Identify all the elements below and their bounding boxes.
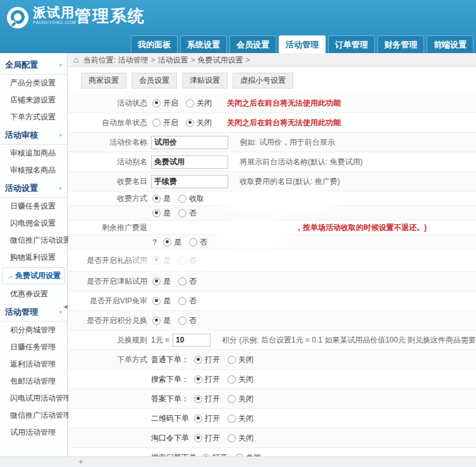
radio-auto-release-status-关闭[interactable] (186, 119, 194, 127)
radio-subsidy-trial-是[interactable] (152, 277, 161, 286)
radio-label: 是 (163, 208, 171, 219)
radio-label: 关闭 (197, 118, 212, 128)
radio-gift-trial-否[interactable] (178, 257, 186, 265)
nav-tab-活动管理[interactable]: 活动管理 (279, 35, 326, 53)
radio-label: 打开 (205, 355, 220, 365)
brand-name: 派试用 (33, 5, 76, 20)
sidebar-item-闪电佣金设置[interactable]: 闪电佣金设置 (0, 215, 67, 232)
sidebar-item-label: 积分商城管理 (10, 325, 56, 334)
nav-tab-会员设置[interactable]: 会员设置 (229, 35, 276, 53)
sidebar-item-购物返利设置[interactable]: 购物返利设置 (0, 249, 67, 266)
nav-tab-我的面板[interactable]: 我的面板 (131, 35, 178, 53)
sidebar-item-试用活动管理[interactable]: 试用活动管理 (0, 424, 67, 441)
content-tab-商家设置[interactable]: 商家设置 (81, 73, 126, 88)
sidebar-item-审核追加商品[interactable]: 审核追加商品 (0, 145, 67, 162)
sidebar-item-包邮活动管理[interactable]: 包邮活动管理 (0, 373, 67, 390)
page-title: 管理系统 (75, 5, 145, 27)
radio-order-normal-打开[interactable] (194, 356, 202, 364)
sidebar-item-label: 微信推广活动管理 (10, 411, 71, 420)
sidebar-section-title: 活动设置 (5, 183, 38, 194)
sidebar-collapse-handle[interactable]: ◀ (63, 303, 68, 310)
sidebar-section-活动设置[interactable]: 活动设置▾ (0, 179, 67, 198)
sidebar-section-活动管理[interactable]: 活动管理▾ (0, 303, 67, 322)
input-activity-price-name[interactable] (151, 136, 228, 149)
sidebar-section-全局配置[interactable]: 全局配置▾ (0, 56, 67, 75)
radio-order-answer-关闭[interactable] (228, 395, 236, 403)
radio-order-answer-打开[interactable] (194, 395, 202, 403)
sidebar-item-label: 返利活动管理 (10, 360, 56, 368)
form-sub-label: 淘口令下单 (151, 433, 189, 444)
form-controls: 答案下单：打开关闭 (151, 394, 476, 404)
form-row-gift-trial: 是否开启礼品试用是否 (68, 250, 476, 272)
input-activity-alias[interactable] (151, 155, 228, 169)
radio-order-normal-关闭[interactable] (228, 356, 236, 364)
content-tab-津贴设置[interactable]: 津贴设置 (182, 73, 228, 88)
sidebar-item-积分商城管理[interactable]: 积分商城管理 (0, 322, 67, 339)
radio-obscured-yes-no-1-否[interactable] (178, 209, 186, 217)
radio-vip-no-review-是[interactable] (152, 297, 161, 305)
radio-points-exchange-否[interactable] (178, 317, 186, 325)
radio-order-taokouling-打开[interactable] (194, 434, 202, 442)
content-tab-会员设置[interactable]: 会员设置 (131, 73, 177, 88)
form-row-order-taokouling: 淘口令下单打开关闭 (68, 428, 476, 448)
radio-fee-method-是[interactable] (152, 195, 161, 203)
radio-order-qrcode-打开[interactable] (194, 415, 202, 423)
form-controls: 普通下单：打开关闭 (151, 355, 476, 365)
sidebar-item-闪电试用活动管理[interactable]: 闪电试用活动管理 (0, 390, 67, 407)
radio-fee-method-收取[interactable] (178, 195, 186, 203)
breadcrumb-link[interactable]: 免费试用设置 (198, 56, 243, 64)
radio-obscured-yes-no-2-是[interactable] (163, 238, 171, 246)
settings-form: 活动状态开启关闭关闭之后在前台将无法使用此功能自动放单状态开启关闭关闭之后在前台… (68, 94, 476, 457)
radio-auto-release-status-开启[interactable] (152, 119, 161, 127)
sidebar-item-下单方式设置[interactable]: 下单方式设置 (0, 109, 67, 126)
radio-obscured-yes-no-2-否[interactable] (189, 238, 197, 246)
sidebar-item-日赚任务设置[interactable]: 日赚任务设置 (0, 198, 67, 215)
radio-order-search-打开[interactable] (194, 375, 202, 384)
sidebar-item-产品分类设置[interactable]: 产品分类设置 (0, 75, 67, 92)
sidebar-item-免费试用设置[interactable]: →免费试用设置 (2, 267, 65, 284)
sidebar-item-店铺来源设置[interactable]: 店铺来源设置 (0, 92, 67, 109)
form-hint: 积分 (示例: 后台设置1元 = 0.1 如果某试用品价值100元 则兑换这件商… (222, 335, 476, 346)
radio-gift-trial-是[interactable] (152, 257, 161, 265)
sidebar-item-微信推广活动设置[interactable]: 微信推广活动设置 (0, 232, 67, 249)
radio-order-qrcode-关闭[interactable] (228, 415, 236, 423)
sidebar-item-微信推广活动管理[interactable]: 微信推广活动管理 (0, 407, 67, 424)
form-warning-text: 关闭之后在前台将无法使用此功能 (227, 118, 341, 128)
content-tab-虚拟小号设置[interactable]: 虚拟小号设置 (233, 73, 293, 88)
nav-tab-订单管理[interactable]: 订单管理 (328, 35, 375, 53)
brand-domain: PAISHIYONG.COM (33, 20, 76, 25)
sidebar-item-优惠券设置[interactable]: 优惠券设置 (0, 286, 67, 303)
input-exchange-rule[interactable] (173, 334, 211, 347)
sidebar-item-日赚任务管理[interactable]: 日赚任务管理 (0, 339, 67, 356)
sidebar-item-label: 日赚任务设置 (10, 202, 56, 210)
radio-label: 关闭 (238, 355, 253, 365)
sidebar-item-label: 微信推广活动设置 (10, 236, 71, 245)
form-hint: 将展示前台活动名称(默认: 免费试用) (240, 157, 363, 167)
form-row-obscured-yes-no-1: 是否 (68, 206, 476, 221)
breadcrumb-link[interactable]: 活动设置 (158, 56, 188, 64)
breadcrumb: ⌂ 当前位置: 活动管理>活动设置>免费试用设置> (68, 53, 476, 67)
radio-label: 关闭 (197, 98, 212, 109)
radio-obscured-yes-no-1-是[interactable] (152, 209, 161, 217)
sidebar-item-返利活动管理[interactable]: 返利活动管理 (0, 356, 67, 373)
nav-tab-系统设置[interactable]: 系统设置 (180, 35, 227, 53)
input-fee-name[interactable] (151, 175, 228, 188)
form-controls: 例如: 试用价，用于前台展示 (151, 136, 476, 149)
radio-vip-no-review-否[interactable] (178, 297, 186, 305)
form-controls: 是否 (151, 276, 476, 287)
radio-points-exchange-是[interactable] (152, 317, 161, 325)
nav-tab-前端设置[interactable]: 前端设置 (427, 35, 473, 53)
home-icon[interactable]: ⌂ (73, 54, 78, 64)
radio-order-taokouling-关闭[interactable] (228, 434, 236, 442)
radio-activity-status-关闭[interactable] (186, 99, 194, 107)
form-row-fee-method: 收费方式是收取 (68, 191, 476, 206)
form-warning-text: 关闭之后在前台将无法使用此功能 (227, 98, 341, 109)
sidebar-item-审核报名商品[interactable]: 审核报名商品 (0, 162, 67, 179)
radio-activity-status-开启[interactable] (152, 99, 161, 107)
breadcrumb-link[interactable]: 活动管理 (118, 56, 149, 64)
sidebar-section-活动审核[interactable]: 活动审核▾ (0, 126, 67, 145)
radio-subsidy-trial-否[interactable] (178, 277, 186, 286)
breadcrumb-separator: > (246, 56, 250, 64)
nav-tab-财务管理[interactable]: 财务管理 (377, 35, 424, 53)
radio-order-search-关闭[interactable] (228, 375, 236, 384)
